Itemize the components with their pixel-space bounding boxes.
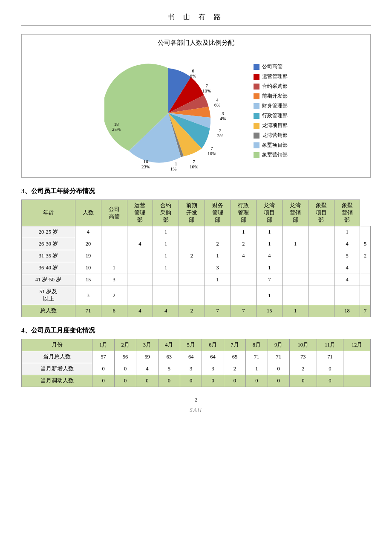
col-xingzheng: 行政管理部 — [231, 200, 257, 226]
legend-item-3: 合约采购部 — [254, 83, 288, 90]
label-heyuecaigoubu-pct: 6% — [214, 102, 221, 107]
table-row: 20-25 岁41111 — [22, 226, 371, 238]
table-row: 36-40 岁1011314 — [22, 262, 371, 274]
cell-value: 1 — [282, 305, 308, 317]
cell-age: 36-40 岁 — [22, 262, 75, 274]
cell-value: 2 — [179, 305, 205, 317]
cell-month-value: 3 — [202, 363, 224, 375]
cell-value: 1 — [257, 262, 282, 274]
legend-label-1: 公司高管 — [262, 63, 282, 70]
col-longwanxiangmu: 龙湾项目部 — [257, 200, 282, 226]
pie-svg: 6 8% 7 10% 4 6% 3 4% 2 3% 7 10% 7 10 — [104, 51, 241, 171]
table-header-row: 年龄 人数 公司高管 运营管理部 合约采购部 前期开发部 财务管理部 行政管理部… — [22, 200, 371, 226]
col-gaoguan: 公司高管 — [101, 200, 127, 226]
cell-value: 2 — [231, 238, 257, 250]
cell-value — [282, 226, 308, 238]
legend-color-4 — [254, 93, 259, 99]
cell-value: 4 — [127, 305, 153, 317]
cell-value: 1 — [282, 238, 308, 250]
cell-value: 1 — [205, 274, 231, 286]
legend-item-10: 象墅营销部 — [254, 151, 288, 159]
cell-value — [231, 262, 257, 274]
cell-value: 18 — [334, 305, 360, 317]
cell-month-value: 4 — [136, 363, 158, 375]
cell-value: 7 — [231, 305, 257, 317]
cell-month-value: 0 — [268, 363, 289, 375]
monthly-table-row: 当月调动人数00000000000 — [22, 375, 371, 387]
cell-value: 1 — [153, 262, 179, 274]
table-row: 总人数71644277151187 — [22, 305, 371, 317]
cell-value: 4 — [127, 238, 153, 250]
cell-value — [101, 226, 127, 238]
col-age: 年龄 — [22, 200, 75, 226]
cell-value — [179, 274, 205, 286]
pie-chart: 6 8% 7 10% 4 6% 3 4% 2 3% 7 10% 7 10 — [104, 51, 241, 171]
cell-value: 3 — [205, 262, 231, 274]
col-mar: 3月 — [136, 339, 158, 351]
cell-value — [179, 286, 205, 305]
label-longwanxiangmu: 7 — [193, 159, 195, 164]
legend-color-8 — [254, 133, 259, 139]
cell-month-value: 0 — [317, 375, 343, 387]
cell-month-value: 59 — [136, 351, 158, 363]
cell-value — [231, 286, 257, 305]
cell-value — [360, 226, 371, 238]
cell-total: 10 — [75, 262, 101, 274]
label-qianqikaifa-pct: 4% — [220, 116, 226, 121]
cell-value — [101, 250, 127, 262]
cell-total: 4 — [75, 226, 101, 238]
cell-month-value: 0 — [317, 363, 343, 375]
cell-month-value — [343, 375, 371, 387]
cell-value: 7 — [360, 305, 371, 317]
legend-item-5: 财务管理部 — [254, 102, 288, 110]
cell-value: 4 — [257, 250, 282, 262]
table-row: 51 岁及 以上321 — [22, 286, 371, 305]
legend-color-3 — [254, 84, 259, 90]
cell-age: 26-30 岁 — [22, 238, 75, 250]
cell-month-value: 0 — [180, 375, 202, 387]
legend-item-1: 公司高管 — [254, 63, 288, 70]
cell-month-value: 0 — [224, 375, 245, 387]
cell-value: 1 — [257, 226, 282, 238]
cell-value — [308, 274, 334, 286]
cell-month-value: 64 — [180, 351, 202, 363]
table-row: 41 岁-50 岁153174 — [22, 274, 371, 286]
cell-value: 4 — [231, 250, 257, 262]
cell-value — [282, 250, 308, 262]
label-xiangshu-yingxiao: 18 — [114, 121, 119, 127]
label-longwanyingxiao: 1 — [175, 161, 177, 166]
cell-month-value: 1 — [246, 363, 268, 375]
legend-color-5 — [254, 103, 259, 109]
cell-value — [127, 274, 153, 286]
table-row: 31-35 岁191214452 — [22, 250, 371, 262]
legend-label-2: 运营管理部 — [262, 73, 288, 80]
cell-value: 7 — [257, 274, 282, 286]
col-aug: 8月 — [246, 339, 268, 351]
cell-month-value: 0 — [136, 375, 158, 387]
cell-value: 1 — [231, 226, 257, 238]
cell-month-value: 2 — [289, 363, 317, 375]
cell-value: 1 — [205, 250, 231, 262]
page-number: 2 — [21, 396, 371, 403]
legend-item-8: 龙湾营销部 — [254, 132, 288, 139]
cell-total: 20 — [75, 238, 101, 250]
legend-label-4: 前期开发部 — [262, 92, 288, 100]
label-longwanyingxiao-pct: 1% — [170, 166, 177, 171]
cell-value — [127, 286, 153, 305]
legend-label-3: 合约采购部 — [262, 83, 288, 90]
legend-item-7: 龙湾项目部 — [254, 122, 288, 129]
cell-value — [153, 286, 179, 305]
cell-month-category: 当月调动人数 — [22, 375, 92, 387]
legend-color-9 — [254, 142, 259, 148]
cell-value: 4 — [334, 238, 360, 250]
cell-month-category: 当月总人数 — [22, 351, 92, 363]
cell-value — [127, 250, 153, 262]
cell-month-value: 0 — [246, 375, 268, 387]
col-xiangshu-yingxiao: 象墅营销部 — [334, 200, 360, 226]
cell-month-value: 0 — [114, 375, 136, 387]
label-yunyingguanlibu: 7 — [205, 83, 208, 88]
cell-value — [360, 286, 371, 305]
label-yunyingguanlibu-pct: 10% — [202, 88, 211, 93]
cell-value — [205, 286, 231, 305]
cell-value: 5 — [334, 250, 360, 262]
